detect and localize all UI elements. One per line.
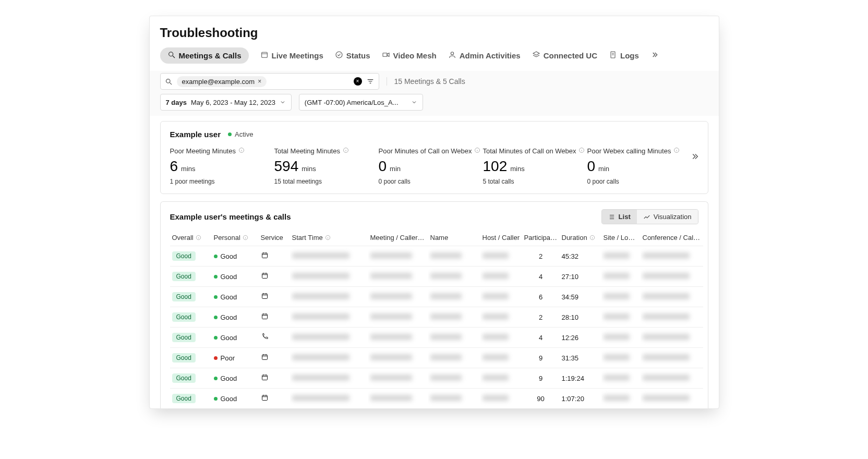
col-overall[interactable]: Overall <box>170 230 212 246</box>
tab-status[interactable]: Status <box>335 51 370 61</box>
svg-point-7 <box>451 52 453 55</box>
table-row[interactable]: GoodPoor931:35 <box>170 348 703 368</box>
redacted-value <box>643 252 690 259</box>
table-row[interactable]: GoodGood634:59 <box>170 287 703 307</box>
metric-label: Poor Minutes of Call on Webex <box>379 147 469 155</box>
col-service[interactable]: Service <box>259 230 290 246</box>
filter-button[interactable] <box>366 77 375 86</box>
redacted-value <box>370 293 412 299</box>
redacted-value <box>430 375 462 381</box>
participants-cell: 6 <box>522 287 560 307</box>
redacted-value <box>370 334 412 340</box>
metric: Poor Meeting Minutes6mins1 poor meetings <box>170 147 274 185</box>
search-input[interactable]: example@example.com × × <box>160 73 379 90</box>
user-summary-card: Example user Active Poor Meeting Minutes… <box>160 121 708 194</box>
table-row[interactable]: GoodGood91:19:24 <box>170 368 703 389</box>
col-conf[interactable]: Conference / Call ID <box>641 230 703 246</box>
tab-meetings-calls[interactable]: Meetings & Calls <box>160 47 249 64</box>
metric-value: 6mins <box>170 158 261 175</box>
redacted-value <box>292 252 349 259</box>
redacted-value <box>643 334 690 340</box>
svg-line-13 <box>170 82 172 84</box>
table-header-row: Example user's meetings & calls List Vis… <box>170 209 698 224</box>
metrics-expand-button[interactable] <box>690 152 700 163</box>
info-icon[interactable] <box>343 147 349 155</box>
calendar-icon <box>261 395 269 403</box>
table-row[interactable]: GoodGood245:32 <box>170 246 703 267</box>
table-row[interactable]: GoodGood901:07:20 <box>170 389 703 409</box>
personal-cell: Good <box>214 313 237 321</box>
col-host[interactable]: Host / Caller <box>480 230 522 246</box>
col-participants[interactable]: Participants <box>522 230 560 246</box>
redacted-value <box>604 273 630 279</box>
close-circle-icon: × <box>354 77 362 86</box>
metric-sub: 5 total calls <box>483 178 574 185</box>
info-icon[interactable] <box>474 147 480 155</box>
metric-value: 102mins <box>483 158 574 175</box>
col-start[interactable]: Start Time <box>290 230 368 246</box>
overall-badge: Good <box>172 333 196 342</box>
meetings-calls-table-section: Example user's meetings & calls List Vis… <box>160 201 708 408</box>
svg-rect-59 <box>262 314 267 319</box>
col-meeting-num[interactable]: Meeting / Caller num <box>368 230 428 246</box>
metric-value: 594mins <box>274 158 365 175</box>
tab-label: Meetings & Calls <box>179 51 242 60</box>
personal-cell: Poor <box>214 354 235 362</box>
tabs-more[interactable] <box>650 51 659 61</box>
table-row[interactable]: GoodGood412:26 <box>170 328 703 348</box>
redacted-value <box>430 293 462 299</box>
view-visualization-button[interactable]: Visualization <box>637 210 698 224</box>
redacted-value <box>604 313 630 320</box>
range-label: 7 days <box>166 99 187 106</box>
metric-sub: 15 total meetings <box>274 178 365 185</box>
participants-cell: 4 <box>522 328 560 348</box>
page-title: Troubleshooting <box>150 26 719 47</box>
svg-rect-47 <box>262 253 267 258</box>
timezone-dropdown[interactable]: (GMT -07:00) America/Los_A... <box>299 94 423 111</box>
document-icon <box>609 51 617 61</box>
calendar-icon <box>260 51 269 61</box>
tab-connected-uc[interactable]: Connected UC <box>532 51 597 61</box>
duration-cell: 34:59 <box>560 287 601 307</box>
search-chip[interactable]: example@example.com × <box>177 76 267 87</box>
svg-marker-8 <box>533 52 539 55</box>
tab-admin-activities[interactable]: Admin Activities <box>448 51 521 61</box>
svg-rect-5 <box>383 53 387 57</box>
timezone-value: (GMT -07:00) America/Los_A... <box>305 99 407 106</box>
metric-sub: 0 poor calls <box>587 178 678 185</box>
info-icon[interactable] <box>238 147 245 155</box>
redacted-value <box>483 375 509 381</box>
svg-rect-2 <box>261 52 267 57</box>
col-name[interactable]: Name <box>428 230 480 246</box>
clear-search-button[interactable]: × <box>354 77 362 86</box>
info-icon <box>325 235 331 240</box>
metric: Poor Webex calling Minutes0min0 poor cal… <box>587 147 692 185</box>
redacted-value <box>483 354 509 360</box>
overall-badge: Good <box>172 251 196 261</box>
chevron-down-icon <box>280 99 286 105</box>
info-icon[interactable] <box>578 147 585 155</box>
personal-cell: Good <box>214 293 237 301</box>
calendar-icon <box>261 355 269 363</box>
chip-remove-icon[interactable]: × <box>258 78 261 85</box>
view-list-button[interactable]: List <box>602 210 637 224</box>
col-duration[interactable]: Duration <box>560 230 601 246</box>
redacted-value <box>430 252 462 259</box>
date-range-dropdown[interactable]: 7 days May 6, 2023 - May 12, 2023 <box>160 94 292 111</box>
tab-live-meetings[interactable]: Live Meetings <box>260 51 323 61</box>
overall-badge: Good <box>172 292 196 301</box>
filter-icon <box>366 77 375 86</box>
col-site[interactable]: Site / Location <box>601 230 641 246</box>
search-row: example@example.com × × 15 Meetings & 5 … <box>160 71 708 90</box>
view-viz-label: Visualization <box>654 213 692 221</box>
redacted-value <box>604 334 630 340</box>
info-icon[interactable] <box>673 147 680 155</box>
table-row[interactable]: GoodGood228:10 <box>170 307 703 328</box>
troubleshooting-panel: Troubleshooting Meetings & Calls Live Me… <box>149 16 719 409</box>
tab-logs[interactable]: Logs <box>609 51 639 61</box>
tab-video-mesh[interactable]: Video Mesh <box>382 51 437 61</box>
table-row[interactable]: GoodGood427:10 <box>170 267 703 287</box>
tab-label: Admin Activities <box>460 51 521 60</box>
calendar-icon <box>261 314 269 322</box>
col-personal[interactable]: Personal <box>212 230 259 246</box>
